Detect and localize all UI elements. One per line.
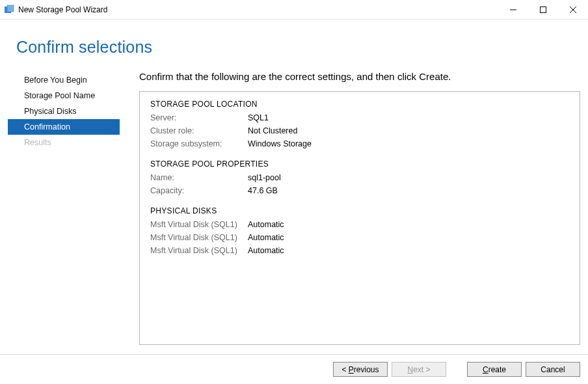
detail-value: 47.6 GB: [248, 184, 278, 197]
body-area: Before You BeginStorage Pool NamePhysica…: [0, 63, 588, 345]
section-heading: STORAGE POOL LOCATION: [150, 100, 569, 109]
svg-rect-3: [541, 7, 546, 12]
detail-row: Storage subsystem:Windows Storage: [150, 137, 569, 150]
detail-value: sql1-pool: [248, 171, 281, 184]
maximize-button[interactable]: [528, 0, 558, 19]
main-panel: Confirm that the following are the corre…: [120, 71, 580, 345]
window-title: New Storage Pool Wizard: [18, 5, 498, 14]
next-label: Next >: [407, 365, 430, 374]
previous-button[interactable]: < Previous: [333, 362, 388, 377]
previous-label: < Previous: [341, 365, 379, 374]
create-label: Create: [483, 365, 506, 374]
sidebar-item-results: Results: [8, 135, 120, 150]
detail-value: Automatic: [248, 231, 284, 244]
cancel-label: Cancel: [541, 365, 565, 374]
detail-label: Cluster role:: [150, 124, 248, 137]
sidebar-item-physical-disks[interactable]: Physical Disks: [8, 103, 120, 119]
detail-row: Msft Virtual Disk (SQL1)Automatic: [150, 218, 569, 231]
section-heading: PHYSICAL DISKS: [150, 206, 569, 215]
detail-value: Automatic: [248, 218, 284, 231]
window-controls: [498, 0, 588, 19]
detail-row: Capacity:47.6 GB: [150, 184, 569, 197]
wizard-footer: < Previous Next > Create Cancel: [0, 354, 588, 384]
detail-label: Msft Virtual Disk (SQL1): [150, 218, 248, 231]
sidebar-item-storage-pool-name[interactable]: Storage Pool Name: [8, 88, 120, 103]
detail-label: Msft Virtual Disk (SQL1): [150, 244, 248, 257]
page-title: Confirm selections: [16, 38, 588, 57]
detail-label: Server:: [150, 111, 248, 124]
wizard-sidebar: Before You BeginStorage Pool NamePhysica…: [8, 71, 120, 345]
detail-row: Msft Virtual Disk (SQL1)Automatic: [150, 244, 569, 257]
detail-row: Server:SQL1: [150, 111, 569, 124]
detail-label: Capacity:: [150, 184, 248, 197]
detail-value: SQL1: [248, 111, 269, 124]
detail-row: Cluster role:Not Clustered: [150, 124, 569, 137]
sidebar-item-confirmation[interactable]: Confirmation: [8, 119, 120, 135]
sidebar-item-before-you-begin[interactable]: Before You Begin: [8, 72, 120, 88]
svg-rect-1: [7, 5, 14, 12]
confirmation-details: STORAGE POOL LOCATIONServer:SQL1Cluster …: [139, 91, 580, 345]
titlebar: New Storage Pool Wizard: [0, 0, 588, 20]
detail-value: Not Clustered: [248, 124, 297, 137]
instruction-text: Confirm that the following are the corre…: [139, 71, 580, 82]
minimize-button[interactable]: [498, 0, 528, 19]
section-heading: STORAGE POOL PROPERTIES: [150, 159, 569, 169]
detail-value: Automatic: [248, 244, 284, 257]
next-button[interactable]: Next >: [392, 362, 446, 377]
detail-value: Windows Storage: [248, 137, 312, 150]
cancel-button[interactable]: Cancel: [526, 362, 580, 377]
app-icon: [4, 5, 14, 15]
detail-label: Msft Virtual Disk (SQL1): [150, 231, 248, 244]
detail-row: Msft Virtual Disk (SQL1)Automatic: [150, 231, 569, 244]
detail-label: Storage subsystem:: [150, 137, 248, 150]
close-button[interactable]: [558, 0, 588, 19]
page-header: Confirm selections: [0, 20, 588, 63]
create-button[interactable]: Create: [467, 362, 522, 377]
detail-row: Name:sql1-pool: [150, 171, 569, 184]
detail-label: Name:: [150, 171, 248, 184]
